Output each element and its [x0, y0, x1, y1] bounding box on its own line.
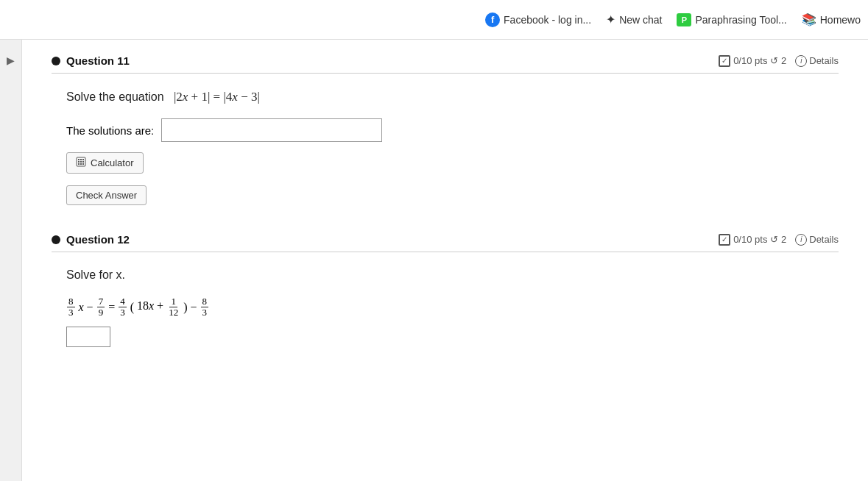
- question-11-retry-icon[interactable]: ↺ 2: [770, 55, 786, 66]
- question-12-prompt-text: Solve for x.: [66, 268, 125, 281]
- sidebar-toggle[interactable]: ▶: [0, 40, 22, 481]
- frac-8-3-2: 8 3: [200, 296, 210, 318]
- paraphrasing-nav-item[interactable]: P Paraphrasing Tool...: [677, 13, 786, 26]
- frac-4-3: 4 3: [118, 296, 127, 318]
- calculator-label: Calculator: [91, 157, 134, 168]
- question-11-header: Question 11 ✓ 0/10 pts ↺ 2 i Details: [52, 54, 839, 74]
- svg-rect-3: [82, 159, 84, 160]
- equals-sign: =: [108, 301, 115, 314]
- question-12-pts-badge: ✓ 0/10 pts ↺ 2: [719, 234, 786, 246]
- paraphrasing-icon: P: [677, 13, 691, 26]
- newchat-label: New chat: [619, 14, 662, 26]
- homework-nav-item[interactable]: 📚 Homewo: [802, 13, 861, 26]
- question-11-meta: ✓ 0/10 pts ↺ 2 i Details: [719, 55, 839, 67]
- calculator-button[interactable]: Calculator: [66, 152, 144, 174]
- minus-sign-2: −: [190, 301, 197, 314]
- main-content: Question 11 ✓ 0/10 pts ↺ 2 i Details Sol…: [22, 40, 868, 481]
- question-12-meta: ✓ 0/10 pts ↺ 2 i Details: [719, 234, 839, 246]
- homework-label: Homewo: [820, 14, 861, 26]
- question-12-info-icon: i: [795, 234, 807, 246]
- minus-sign: −: [87, 301, 93, 314]
- frac-8-3: 8 3: [66, 296, 76, 318]
- toggle-arrow-icon: ▶: [7, 54, 15, 66]
- question-12-title: Question 12: [66, 233, 130, 246]
- top-navigation: f Facebook - log in... ✦ New chat P Para…: [0, 0, 868, 40]
- svg-rect-1: [78, 159, 80, 160]
- svg-rect-4: [78, 161, 80, 163]
- solutions-input[interactable]: [161, 118, 382, 142]
- question-12-checkbox-icon: ✓: [719, 234, 730, 246]
- solutions-label: The solutions are:: [66, 124, 154, 137]
- question-11-math: |2x + 1| = |4x − 3|: [174, 90, 260, 104]
- svg-rect-7: [78, 163, 80, 165]
- question-12-header: Question 12 ✓ 0/10 pts ↺ 2 i Details: [52, 233, 839, 252]
- homework-icon: 📚: [802, 13, 816, 26]
- facebook-label: Facebook - log in...: [504, 14, 591, 26]
- question-11-equation: Solve the equation |2x + 1| = |4x − 3|: [66, 87, 839, 107]
- svg-rect-2: [80, 159, 82, 160]
- check-answer-button[interactable]: Check Answer: [66, 185, 147, 205]
- question-12-retry-icon[interactable]: ↺ 2: [770, 234, 786, 245]
- question-11-details-link[interactable]: i Details: [795, 55, 839, 67]
- question-11-prompt: Solve the equation: [66, 90, 164, 103]
- var-x: x: [79, 301, 84, 314]
- question-12-details-label: Details: [809, 234, 839, 245]
- question-11-info-icon: i: [795, 55, 807, 67]
- question-11-details-label: Details: [809, 55, 839, 66]
- question-11-solutions-row: The solutions are:: [66, 118, 839, 142]
- question-12-prompt: Solve for x.: [66, 266, 839, 285]
- open-paren: (: [130, 301, 134, 314]
- svg-rect-8: [80, 163, 82, 165]
- question-11-pts-badge: ✓ 0/10 pts ↺ 2: [719, 55, 786, 67]
- calculator-grid-icon: [76, 157, 86, 169]
- svg-rect-6: [82, 161, 84, 163]
- svg-rect-9: [82, 163, 84, 165]
- question-12-answer-input[interactable]: [66, 327, 110, 347]
- question-12-bullet: [52, 235, 60, 244]
- question-12-block: Question 12 ✓ 0/10 pts ↺ 2 i Details Sol…: [52, 233, 839, 347]
- question-12-pts: 0/10 pts: [733, 234, 767, 245]
- check-answer-label: Check Answer: [76, 190, 137, 201]
- question-11-block: Question 11 ✓ 0/10 pts ↺ 2 i Details Sol…: [52, 54, 839, 211]
- paraphrasing-label: Paraphrasing Tool...: [695, 14, 786, 26]
- facebook-nav-item[interactable]: f Facebook - log in...: [485, 13, 591, 27]
- question-11-pts: 0/10 pts: [733, 55, 767, 66]
- newchat-icon: ✦: [606, 13, 615, 26]
- question-11-content: Solve the equation |2x + 1| = |4x − 3| T…: [52, 79, 839, 211]
- newchat-nav-item[interactable]: ✦ New chat: [606, 13, 662, 26]
- question-11-title: Question 11: [66, 54, 130, 67]
- facebook-icon: f: [485, 13, 500, 27]
- question-12-equation: 8 3 x − 7 9 = 4 3: [66, 296, 839, 318]
- question-12-content: Solve for x. 8 3 x − 7 9 =: [52, 258, 839, 347]
- svg-rect-5: [80, 161, 82, 163]
- frac-7-9: 7 9: [96, 296, 106, 318]
- question-12-details-link[interactable]: i Details: [795, 234, 839, 246]
- q12-inner-expr: 18x + 1 12: [137, 296, 180, 318]
- close-paren: ): [183, 301, 187, 314]
- question-11-bullet: [52, 57, 60, 65]
- question-11-checkbox-icon: ✓: [719, 55, 730, 67]
